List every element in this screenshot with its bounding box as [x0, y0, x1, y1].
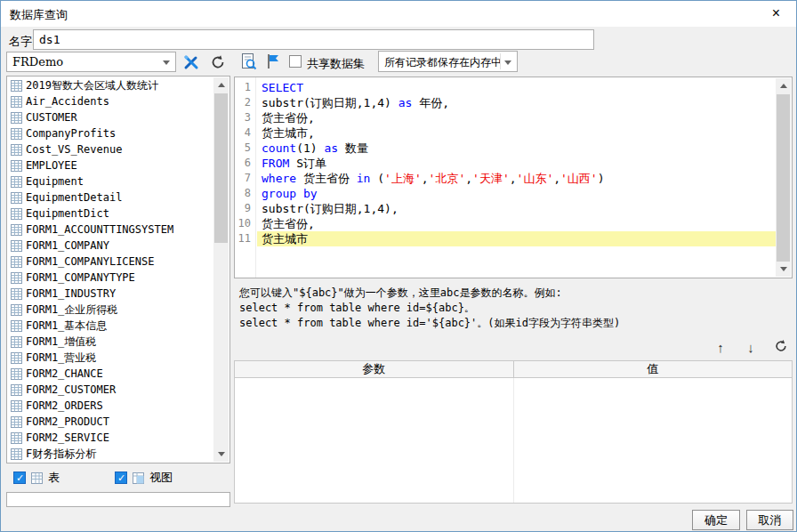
table-list-scrollbar[interactable] [213, 77, 229, 462]
table-list-item[interactable]: Equipment [7, 173, 214, 189]
table-name: F财务指标分析 [26, 447, 96, 462]
table-list-item[interactable]: FORM2_PRODUCT [7, 414, 214, 430]
dataset-name-input[interactable] [33, 29, 594, 50]
cancel-button[interactable]: 取消 [746, 510, 793, 530]
move-up-icon[interactable]: ↑ [712, 340, 729, 355]
close-icon: × [772, 5, 780, 20]
scroll-up-icon[interactable] [213, 77, 229, 93]
help-line-2: select * from table where id=${abc}。 [239, 301, 620, 316]
help-line-3: select * from table where id='${abc}'。(如… [239, 316, 620, 331]
table-name: FORM1_INDUSTRY [26, 287, 116, 300]
table-list-item[interactable]: FORM1_基本信息 [7, 318, 214, 334]
refresh-icon[interactable] [207, 52, 229, 72]
param-table-header: 参数 值 [234, 360, 793, 378]
table-filter-label: 表 [48, 470, 60, 486]
table-icon [11, 448, 22, 460]
table-name: Equipment [26, 175, 84, 188]
flag-icon[interactable] [262, 51, 284, 72]
scroll-up-icon[interactable] [776, 78, 791, 93]
table-icon [11, 416, 22, 428]
table-name: FORM1_企业所得税 [26, 302, 117, 318]
scrollbar-thumb[interactable] [777, 94, 790, 262]
connection-value: FRDemo [12, 55, 63, 69]
table-list-item[interactable]: FORM2_SERVICE [7, 430, 214, 446]
table-name: EquipmentDict [26, 207, 109, 220]
table-icon [11, 112, 22, 124]
table-name: FORM1_营业税 [26, 351, 96, 366]
chevron-down-icon [504, 60, 511, 65]
table-list-item[interactable]: FORM1_企业所得税 [7, 302, 214, 318]
connection-select[interactable]: FRDemo [6, 52, 176, 72]
table-list-item[interactable]: CUSTOMER [7, 109, 214, 125]
table-icon [11, 256, 22, 268]
table-list-item[interactable]: FORM2_CUSTOMER [7, 382, 214, 398]
table-list-item[interactable]: FORM1_营业税 [7, 350, 214, 366]
titlebar: 数据库查询 × [1, 1, 796, 27]
table-icon [11, 336, 22, 348]
view-type-icon [132, 472, 145, 485]
table-name: FORM2_CHANCE [26, 367, 103, 380]
scroll-down-icon[interactable] [776, 262, 791, 277]
scroll-down-icon[interactable] [213, 447, 229, 462]
table-icon [11, 144, 22, 156]
table-list-item[interactable]: Cost_VS_Revenue [7, 141, 214, 157]
table-icon [11, 288, 22, 300]
table-list-item[interactable]: FORM1_COMPANYLICENSE [7, 254, 214, 270]
table-name: Air_Accidents [26, 95, 109, 108]
share-dataset-checkbox[interactable] [289, 55, 302, 68]
table-list-item[interactable]: EMPLOYEE [7, 157, 214, 173]
view-filter-checkbox[interactable] [115, 472, 127, 484]
sql-code[interactable]: SELECTsubstr(订购日期,1,4) as 年份,货主省份,货主城市,c… [257, 77, 777, 278]
close-button[interactable]: × [756, 1, 796, 27]
table-filter-checkbox[interactable] [13, 472, 26, 484]
table-name: FORM1_增值税 [26, 335, 96, 350]
table-list-item[interactable]: CompanyProfits [7, 125, 214, 141]
value-col-header[interactable]: 值 [514, 361, 793, 377]
sql-line: FROM S订单 [257, 156, 777, 171]
table-icon [11, 80, 22, 92]
view-filter-label: 视图 [149, 470, 173, 486]
param-col-header[interactable]: 参数 [235, 361, 514, 377]
table-list-item[interactable]: FORM1_增值税 [7, 334, 214, 350]
table-list-item[interactable]: Air_Accidents [7, 93, 214, 109]
table-list-item[interactable]: FORM1_COMPANY [7, 238, 214, 254]
storage-mode-select[interactable]: 所有记录都保存在内存中 [378, 51, 518, 72]
left-bottom-field[interactable] [6, 492, 230, 507]
scrollbar-thumb[interactable] [214, 93, 228, 243]
table-icon [11, 192, 22, 204]
table-icon [11, 96, 22, 108]
table-list-item[interactable]: FORM1_INDUSTRY [7, 286, 214, 302]
table-list-item[interactable]: EquipmentDetail [7, 189, 214, 206]
editor-scrollbar[interactable] [776, 78, 791, 277]
table-list-item[interactable]: 2019智数大会区域人数统计 [7, 77, 214, 93]
line-number: 6 [235, 156, 255, 171]
table-name: CUSTOMER [26, 111, 77, 124]
line-number: 5 [235, 141, 255, 156]
share-dataset-label: 共享数据集 [307, 56, 365, 72]
sql-editor[interactable]: 1234567891011 SELECTsubstr(订购日期,1,4) as … [234, 77, 793, 278]
table-name: FORM1_COMPANYLICENSE [26, 255, 155, 268]
table-name: FORM2_ORDERS [26, 399, 103, 412]
table-list-item[interactable]: FORM2_CHANCE [7, 366, 214, 382]
table-name: Cost_VS_Revenue [26, 143, 122, 156]
table-name: 2019智数大会区域人数统计 [26, 78, 158, 93]
move-down-icon[interactable]: ↓ [743, 340, 759, 355]
param-table-body[interactable] [234, 378, 793, 504]
line-number: 10 [235, 216, 255, 231]
table-list-item[interactable]: F财务指标分析 [7, 446, 214, 462]
line-number: 3 [235, 110, 255, 125]
line-number: 8 [235, 186, 255, 201]
preview-icon[interactable] [237, 51, 259, 72]
sql-line: 货主城市 [257, 231, 777, 246]
refresh-params-icon[interactable] [773, 339, 789, 356]
table-list-item[interactable]: FORM1_COMPANYTYPE [7, 270, 214, 286]
parameter-help-text: 您可以键入"${abc}"做为一个参数，这里abc是参数的名称。例如: sele… [239, 286, 620, 331]
connection-config-icon[interactable] [181, 52, 202, 72]
table-list-item[interactable]: FORM1_ACCOUNTTINGSYSTEM [7, 222, 214, 238]
table-list-item[interactable]: EquipmentDict [7, 206, 214, 222]
table-name: FORM1_ACCOUNTTINGSYSTEM [26, 223, 173, 236]
table-list-item[interactable]: FORM2_ORDERS [7, 398, 214, 414]
table-icon [11, 240, 22, 252]
ok-button[interactable]: 确定 [692, 510, 740, 530]
table-list: 2019智数大会区域人数统计Air_AccidentsCUSTOMERCompa… [6, 76, 230, 463]
